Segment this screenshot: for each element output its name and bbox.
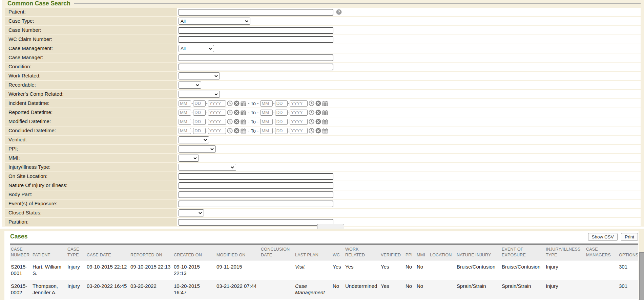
calendar-icon[interactable]	[241, 110, 246, 115]
clock-icon[interactable]	[309, 100, 314, 106]
incident-datetime-from-day-input[interactable]	[193, 100, 206, 107]
form-row: Work Related:	[5, 72, 641, 80]
incident-datetime-from-month-input[interactable]	[179, 100, 191, 107]
field-label: Partition:	[5, 218, 177, 226]
field-label: Injury/Illness Type:	[5, 163, 177, 171]
column-header-ppi: PPI	[405, 245, 416, 260]
calendar-icon[interactable]	[241, 119, 246, 124]
clear-icon[interactable]	[315, 110, 321, 115]
help-icon[interactable]: ?	[336, 9, 342, 15]
incident-datetime-to-day-input[interactable]	[275, 100, 288, 107]
event-s-of-exposure-input[interactable]	[179, 201, 333, 207]
body-part-input[interactable]	[179, 191, 333, 198]
clock-icon[interactable]	[309, 128, 314, 134]
field-cell	[177, 172, 641, 181]
form-row: Closed Status:	[5, 209, 641, 217]
concluded-datetime-to-month-input[interactable]	[260, 128, 273, 134]
clock-icon[interactable]	[309, 119, 314, 124]
injury-illness-type-select[interactable]	[179, 164, 236, 171]
clear-icon[interactable]	[315, 100, 321, 106]
show-csv-button[interactable]: Show CSV	[588, 233, 618, 241]
clock-icon[interactable]	[227, 110, 233, 115]
calendar-icon[interactable]	[241, 128, 246, 134]
partition-input[interactable]	[179, 219, 333, 226]
cell-case-number: S2015-0002	[10, 280, 32, 299]
date-dash: -	[191, 110, 193, 115]
incident-datetime-to-month-input[interactable]	[260, 100, 273, 107]
verified-select[interactable]	[179, 136, 209, 143]
modified-datetime-to-day-input[interactable]	[275, 119, 288, 125]
cell-location	[429, 260, 456, 280]
patient-input[interactable]	[179, 9, 333, 16]
clear-icon[interactable]	[315, 119, 321, 124]
cases-body: S2015-0001Hart, William S.Injury09-10-20…	[10, 260, 638, 300]
case-management-select[interactable]: All	[179, 45, 214, 52]
modified-datetime-from-day-input[interactable]	[193, 119, 206, 125]
clear-icon[interactable]	[234, 119, 240, 124]
calendar-icon[interactable]	[322, 101, 328, 106]
modified-datetime-to-year-input[interactable]	[290, 119, 308, 125]
calendar-icon[interactable]	[322, 119, 328, 124]
reported-datetime-from-year-input[interactable]	[208, 110, 226, 116]
field-cell	[177, 209, 641, 217]
clear-icon[interactable]	[234, 110, 240, 115]
work-related-select[interactable]	[179, 72, 220, 79]
reported-datetime-to-day-input[interactable]	[275, 110, 288, 116]
modified-datetime-from-month-input[interactable]	[179, 119, 191, 125]
recordable-select[interactable]	[179, 82, 201, 89]
ppi-select[interactable]	[179, 145, 216, 153]
print-button[interactable]: Print	[621, 233, 638, 241]
case-type-select[interactable]: All	[179, 18, 250, 25]
column-header-location: LOCATION	[429, 245, 456, 260]
field-label: Case Number:	[5, 26, 177, 34]
closed-status-select[interactable]	[179, 209, 204, 216]
reported-datetime-from-month-input[interactable]	[179, 110, 191, 116]
vertical-scrollbar[interactable]	[639, 252, 644, 300]
calendar-icon[interactable]	[322, 110, 328, 115]
condition-input[interactable]	[179, 64, 333, 70]
form-row: Case Number:	[5, 26, 641, 34]
title-rule	[74, 3, 641, 4]
date-range-separator: - To -	[248, 128, 259, 134]
concluded-datetime-to-day-input[interactable]	[275, 128, 288, 134]
form-row: Modified Datetime:--- To ---	[5, 117, 641, 126]
cell-options: 301	[618, 280, 638, 299]
clock-icon[interactable]	[227, 128, 233, 134]
case-number-input[interactable]	[179, 27, 333, 34]
cell-case-managers	[585, 280, 618, 299]
case-manager-input[interactable]	[179, 54, 333, 61]
concluded-datetime-from-year-input[interactable]	[208, 128, 226, 134]
mmi-select[interactable]	[179, 155, 199, 162]
reported-datetime-from-day-input[interactable]	[193, 110, 206, 116]
clock-icon[interactable]	[227, 119, 233, 124]
column-header-work-related: WORK RELATED	[345, 245, 380, 260]
concluded-datetime-from-day-input[interactable]	[193, 128, 206, 134]
incident-datetime-to-year-input[interactable]	[290, 100, 308, 107]
modified-datetime-to-month-input[interactable]	[260, 119, 273, 125]
cases-table: CASE NUMBERPATIENTCASE TYPECASE DATEREPO…	[10, 245, 638, 300]
chevron-down-icon	[245, 20, 248, 22]
calendar-icon[interactable]	[241, 101, 246, 106]
calendar-icon[interactable]	[322, 128, 328, 134]
on-site-location-input[interactable]	[179, 173, 333, 180]
field-cell: All	[177, 44, 641, 53]
clock-icon[interactable]	[309, 110, 314, 115]
incident-datetime-from-year-input[interactable]	[208, 100, 226, 107]
field-label: Case Manager:	[5, 53, 177, 62]
concluded-datetime-from-month-input[interactable]	[179, 128, 191, 134]
common-case-search-panel: Common Case Search Patient:?Case Type:Al…	[2, 0, 644, 227]
concluded-datetime-to-year-input[interactable]	[290, 128, 308, 134]
clear-icon[interactable]	[234, 128, 240, 134]
wc-claim-number-input[interactable]	[179, 36, 333, 43]
worker-s-comp-related-select[interactable]	[179, 91, 220, 98]
reported-datetime-to-year-input[interactable]	[290, 110, 308, 116]
clock-icon[interactable]	[227, 100, 233, 106]
nature-of-injury-or-illness-input[interactable]	[179, 182, 333, 189]
column-header-nature-injury: NATURE INJURY	[456, 245, 501, 260]
column-header-conclusion-date: CONCLUSION DATE	[260, 245, 294, 260]
modified-datetime-from-year-input[interactable]	[208, 119, 226, 125]
reported-datetime-to-month-input[interactable]	[260, 110, 273, 116]
clear-icon[interactable]	[315, 128, 321, 134]
clear-icon[interactable]	[234, 100, 240, 106]
cell-modified-on: 09-11-2015	[216, 260, 260, 280]
